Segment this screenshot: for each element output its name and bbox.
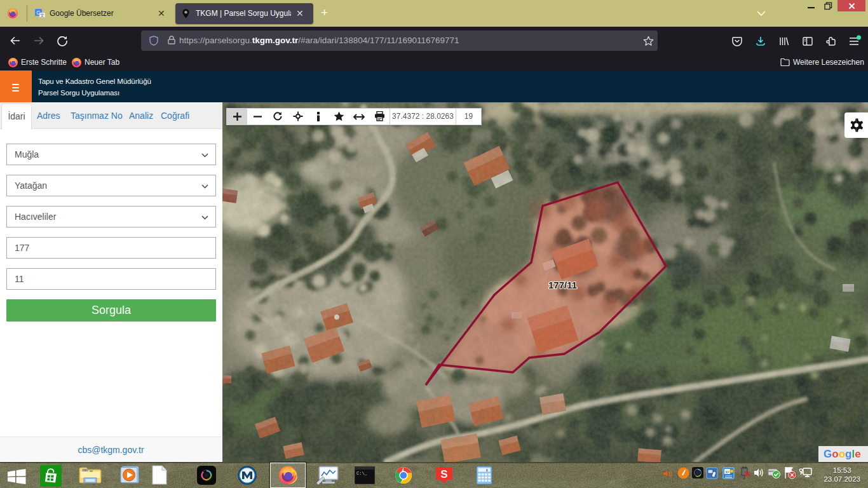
svg-text:177/11: 177/11 bbox=[548, 280, 577, 290]
svg-text:0: 0 bbox=[486, 468, 488, 473]
svg-text:x²: x² bbox=[726, 470, 730, 474]
svg-text:S: S bbox=[440, 468, 447, 480]
svg-text:文: 文 bbox=[40, 13, 44, 18]
svg-text:C:\_: C:\_ bbox=[356, 471, 368, 476]
